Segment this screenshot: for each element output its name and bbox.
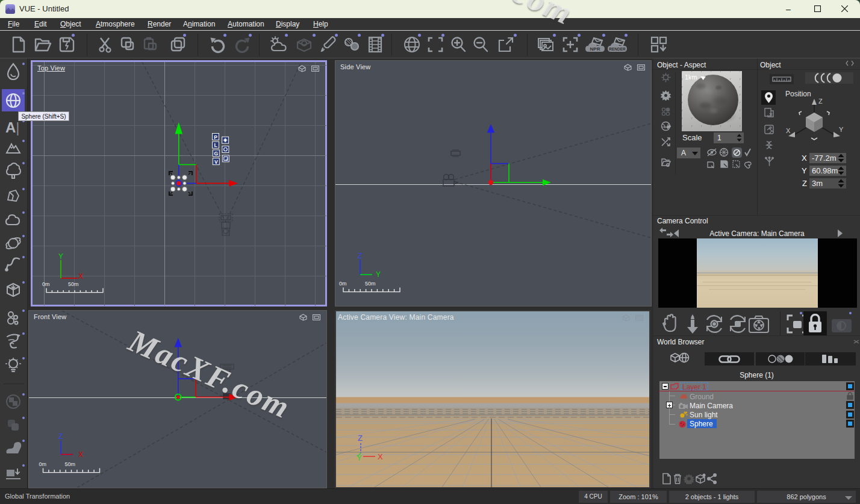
svg-text:Y: Y <box>58 252 63 261</box>
svg-text:50m: 50m <box>365 281 376 287</box>
svg-text:NPR: NPR <box>590 46 600 52</box>
svg-text:50m: 50m <box>68 281 79 287</box>
svg-text:RENDER: RENDER <box>609 47 626 51</box>
svg-text:G: G <box>214 151 218 157</box>
svg-text:X: X <box>378 452 383 461</box>
svg-text:Z: Z <box>358 434 363 443</box>
svg-text:0m: 0m <box>39 461 47 467</box>
svg-text:Y: Y <box>839 126 844 133</box>
svg-text:Z: Z <box>58 432 63 441</box>
svg-text:L: L <box>214 142 217 148</box>
svg-text:P: P <box>214 134 217 140</box>
svg-text:Z: Z <box>358 252 362 260</box>
svg-text:Z: Z <box>818 98 823 105</box>
svg-text:Y: Y <box>357 453 362 462</box>
svg-text:0m: 0m <box>339 281 347 287</box>
svg-text:X: X <box>78 272 83 281</box>
svg-text:X: X <box>786 127 791 134</box>
svg-text:V: V <box>214 159 218 165</box>
svg-text:Y: Y <box>376 270 381 279</box>
svg-text:0m: 0m <box>42 281 50 287</box>
svg-text:50m: 50m <box>65 461 76 467</box>
svg-text:X: X <box>78 450 83 459</box>
